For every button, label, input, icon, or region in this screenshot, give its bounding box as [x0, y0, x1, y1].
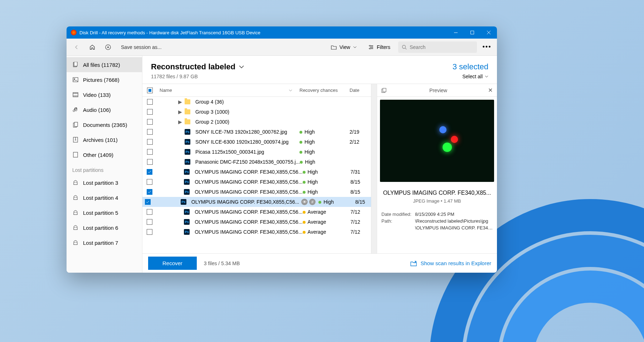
table-row[interactable]: PsOLYMPUS IMAGING CORP. FE340,X855,C56..…: [142, 217, 371, 227]
window-title: Disk Drill - All recovery methods - Hard…: [79, 30, 448, 35]
table-row[interactable]: PsSONY ILCE-6300 1920x1280_000974.jpgHig…: [142, 137, 371, 147]
sidebar-item-lost-3[interactable]: Lost partition 3: [67, 175, 142, 190]
copy-icon[interactable]: [381, 88, 389, 93]
expand-icon[interactable]: ▶: [177, 99, 182, 105]
view-label: View: [340, 44, 350, 50]
row-checkbox[interactable]: [147, 169, 152, 175]
select-all-checkbox[interactable]: [147, 88, 153, 93]
row-checkbox[interactable]: [147, 109, 153, 115]
table-body[interactable]: ▶Group 4 (36)▶Group 3 (1000)▶Group 2 (10…: [142, 97, 371, 253]
titlebar[interactable]: Disk Drill - All recovery methods - Hard…: [67, 26, 497, 39]
sidebar-item-video[interactable]: Video (133): [67, 87, 142, 102]
sort-icon: [289, 89, 292, 91]
file-table: Name Recovery chances Date ▶Group 4 (36)…: [142, 84, 371, 253]
close-button[interactable]: [480, 26, 497, 39]
recover-button[interactable]: Recover: [148, 257, 197, 270]
table-row[interactable]: PsOLYMPUS IMAGING CORP. FE340,X855,C56..…: [142, 207, 371, 217]
recovery-cell: High: [300, 159, 350, 165]
recovery-cell: High: [299, 149, 350, 155]
sidebar-item-all[interactable]: All files (11782): [67, 57, 142, 72]
sidebar-item-lost-4[interactable]: Lost partition 4: [67, 190, 142, 205]
save-session-button[interactable]: Save session as...: [118, 42, 165, 52]
video-icon: [72, 91, 79, 98]
svg-point-19: [76, 197, 77, 198]
table-row[interactable]: PsOLYMPUS IMAGING CORP. FE340,X855,C56..…: [142, 227, 371, 237]
sidebar-item-archives[interactable]: Archives (101): [67, 132, 142, 147]
table-row[interactable]: PsSONY ILCE-7M3 1920x1280_000762.jpgHigh…: [142, 127, 371, 137]
table-row[interactable]: ▶Group 3 (1000): [142, 107, 371, 117]
row-checkbox[interactable]: [147, 229, 152, 235]
row-checkbox[interactable]: [147, 209, 152, 215]
row-checkbox[interactable]: [147, 149, 153, 155]
table-row[interactable]: PsOLYMPUS IMAGING CORP. FE340,X855,C56..…: [142, 167, 371, 177]
home-button[interactable]: [87, 41, 98, 53]
sidebar-item-lost-7[interactable]: Lost partition 7: [67, 235, 142, 250]
table-row[interactable]: PsOLYMPUS IMAGING CORP. FE340,X855,C56..…: [142, 177, 371, 187]
main-content: Reconstructed labeled 11782 files / 9.87…: [142, 56, 497, 273]
row-checkbox[interactable]: [147, 119, 153, 125]
download-icon[interactable]: [102, 41, 114, 53]
sidebar-item-pictures[interactable]: Pictures (7668): [67, 72, 142, 87]
maximize-button[interactable]: [464, 26, 480, 39]
table-row[interactable]: PsPanasonic DMC-FZ150 2048x1536_000755.j…: [142, 157, 371, 167]
minimize-button[interactable]: [448, 26, 464, 39]
row-checkbox[interactable]: [145, 199, 151, 205]
search-icon: [402, 45, 407, 50]
row-checkbox[interactable]: [147, 219, 152, 225]
view-dropdown[interactable]: View: [327, 42, 360, 52]
filters-button[interactable]: Filters: [365, 42, 394, 52]
sidebar-item-other[interactable]: Other (1409): [67, 147, 142, 162]
back-button[interactable]: [71, 41, 82, 53]
sidebar-item-audio[interactable]: Audio (106): [67, 102, 142, 117]
column-recovery[interactable]: Recovery chances: [299, 88, 350, 93]
row-checkbox[interactable]: [147, 99, 153, 105]
audio-icon: [72, 106, 79, 113]
table-row[interactable]: PsOLYMPUS IMAGING CORP. FE340,X855,C56..…: [142, 187, 371, 197]
folder-icon: [185, 109, 190, 114]
recovery-cell: Average: [303, 209, 351, 215]
search-field[interactable]: [410, 44, 473, 50]
row-checkbox[interactable]: [147, 179, 152, 185]
recovery-cell: High: [303, 169, 351, 175]
column-name[interactable]: Name: [157, 88, 299, 93]
sidebar-item-lost-5[interactable]: Lost partition 5: [67, 205, 142, 220]
expand-icon[interactable]: ▶: [177, 119, 182, 125]
table-row[interactable]: PsOLYMPUS IMAGING CORP. FE340,X855,C56..…: [142, 197, 371, 207]
sidebar-item-lost-6[interactable]: Lost partition 6: [67, 220, 142, 235]
ghost-icon: [72, 224, 79, 231]
column-date[interactable]: Date: [350, 88, 371, 93]
hex-action-icon[interactable]: #: [309, 199, 316, 205]
date-cell: 7/12: [351, 229, 371, 235]
sidebar-item-documents[interactable]: Documents (2365): [67, 117, 142, 132]
filters-icon: [368, 45, 374, 50]
svg-point-22: [74, 227, 75, 228]
row-checkbox[interactable]: [147, 189, 152, 195]
expand-icon[interactable]: ▶: [177, 109, 182, 115]
row-checkbox[interactable]: [147, 129, 153, 135]
ps-file-icon: Ps: [184, 169, 190, 175]
footer: Recover 3 files / 5.34 MB Show scan resu…: [142, 253, 497, 273]
row-checkbox[interactable]: [147, 159, 153, 165]
table-row[interactable]: ▶Group 4 (36): [142, 97, 371, 107]
ghost-icon: [72, 179, 79, 186]
table-row[interactable]: ▶Group 2 (1000): [142, 117, 371, 127]
row-checkbox[interactable]: [147, 139, 153, 145]
ps-file-icon: Ps: [181, 199, 186, 205]
file-count-summary: 11782 files / 9.87 GB: [151, 74, 453, 79]
chevron-down-icon: [485, 75, 488, 78]
search-input[interactable]: [398, 41, 477, 53]
select-all-dropdown[interactable]: Select all: [453, 74, 488, 79]
ps-file-icon: Ps: [184, 209, 190, 215]
close-preview-button[interactable]: ✕: [488, 87, 493, 94]
svg-point-3: [369, 45, 370, 46]
recovery-cell: Average: [303, 219, 351, 225]
show-in-explorer-link[interactable]: Show scan results in Explorer: [410, 260, 491, 266]
date-cell: 8/15: [355, 199, 371, 205]
group-title-dropdown[interactable]: Reconstructed labeled: [151, 62, 453, 71]
svg-point-6: [402, 45, 406, 48]
more-button[interactable]: •••: [481, 41, 493, 53]
selection-summary: 3 files / 5.34 MB: [204, 261, 240, 266]
preview-action-icon[interactable]: 👁: [301, 199, 308, 205]
scrollbar[interactable]: [371, 84, 377, 253]
table-row[interactable]: PsPicasa 1125x1500_000341.jpgHigh: [142, 147, 371, 157]
